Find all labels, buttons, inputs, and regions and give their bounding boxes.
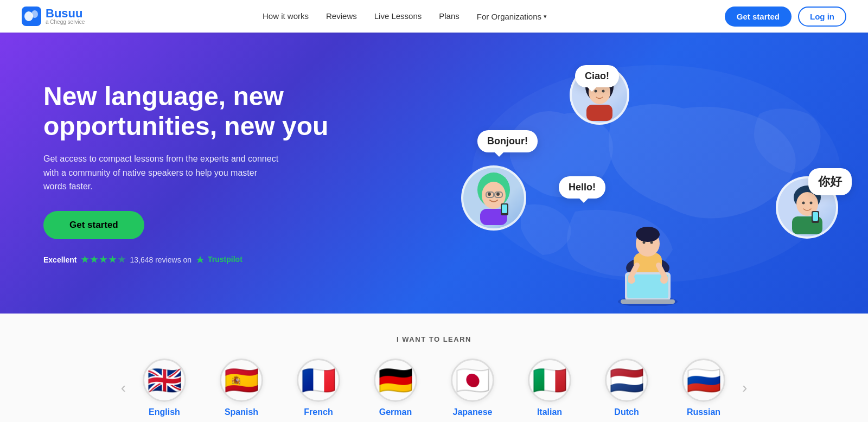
logo-sub: a Chegg service — [46, 20, 85, 25]
logo-name: Busuu — [46, 8, 85, 20]
svg-point-19 — [602, 89, 604, 92]
nav-plans[interactable]: Plans — [439, 11, 459, 21]
lang-name-russian: Russian — [687, 407, 720, 417]
trustpilot-row: Excellent ★ ★ ★ ★ ★ 13,648 reviews on Tr… — [43, 254, 347, 265]
lang-name-english: English — [149, 407, 180, 417]
languages-title: I WANT TO LEARN — [11, 335, 857, 343]
logo[interactable]: Busuu a Chegg service — [22, 7, 85, 26]
lang-flag-japanese: 🇯🇵 — [451, 359, 494, 402]
busuu-logo-icon — [22, 7, 41, 26]
svg-rect-14 — [502, 204, 507, 213]
languages-list: 🇬🇧 English 🇪🇸 Spanish 🇫🇷 French 🇩🇪 Germa… — [135, 359, 733, 417]
svg-point-32 — [636, 227, 660, 242]
svg-point-40 — [628, 276, 635, 284]
star-2: ★ — [90, 254, 98, 265]
nav-links: How it works Reviews Live Lessons Plans … — [263, 11, 547, 21]
svg-point-7 — [488, 193, 491, 196]
lang-flag-french: 🇫🇷 — [297, 359, 340, 402]
lang-flag-italian: 🇮🇹 — [528, 359, 571, 402]
svg-point-8 — [496, 193, 500, 196]
hero-content: New language, new opportunities, new you… — [43, 81, 347, 265]
trustpilot-label: Excellent — [43, 255, 76, 264]
speech-bubble-bonjour: Bonjour! — [477, 130, 538, 152]
lang-item-dutch[interactable]: 🇳🇱 Dutch — [597, 359, 656, 417]
speech-bubble-nihao: 你好 — [808, 168, 852, 195]
hero-description: Get access to compact lessons from the e… — [43, 152, 282, 194]
hero-illustration: Bonjour! Hello! Ciao! 你好 — [445, 33, 868, 314]
navbar-login-button[interactable]: Log in — [798, 7, 846, 27]
hero-section: New language, new opportunities, new you… — [0, 33, 868, 314]
trustpilot-reviews: 13,648 reviews on — [130, 255, 192, 264]
svg-point-2 — [31, 10, 38, 18]
chevron-down-icon: ▾ — [544, 13, 547, 20]
navbar-get-started-button[interactable]: Get started — [725, 7, 792, 27]
lang-item-french[interactable]: 🇫🇷 French — [289, 359, 348, 417]
lang-name-japanese: Japanese — [453, 407, 493, 417]
nav-reviews[interactable]: Reviews — [326, 11, 357, 21]
star-4: ★ — [108, 254, 116, 265]
navbar: Busuu a Chegg service How it works Revie… — [0, 0, 868, 33]
lang-item-russian[interactable]: 🇷🇺 Russian — [674, 359, 733, 417]
svg-point-33 — [643, 241, 646, 244]
lang-name-french: French — [304, 407, 333, 417]
hero-get-started-button[interactable]: Get started — [43, 211, 144, 239]
star-1: ★ — [81, 254, 88, 265]
lang-item-spanish[interactable]: 🇪🇸 Spanish — [212, 359, 271, 417]
languages-section: I WANT TO LEARN ‹ 🇬🇧 English 🇪🇸 Spanish … — [0, 314, 868, 422]
lang-name-italian: Italian — [537, 407, 562, 417]
star-3: ★ — [99, 254, 107, 265]
navbar-actions: Get started Log in — [725, 7, 846, 27]
trustpilot-platform: Trustpilot — [196, 255, 242, 264]
lang-flag-english: 🇬🇧 — [143, 359, 186, 402]
svg-point-41 — [660, 276, 668, 284]
lang-flag-russian: 🇷🇺 — [682, 359, 725, 402]
lang-item-italian[interactable]: 🇮🇹 Italian — [520, 359, 579, 417]
languages-carousel: ‹ 🇬🇧 English 🇪🇸 Spanish 🇫🇷 French 🇩🇪 Ger… — [11, 359, 857, 417]
trustpilot-stars: ★ ★ ★ ★ ★ — [81, 254, 125, 265]
speech-bubble-hello: Hello! — [559, 176, 605, 199]
svg-point-24 — [809, 201, 812, 204]
svg-rect-20 — [586, 105, 612, 121]
lang-item-japanese[interactable]: 🇯🇵 Japanese — [443, 359, 502, 417]
svg-rect-37 — [621, 299, 675, 304]
svg-marker-3 — [196, 256, 204, 263]
nav-live-lessons[interactable]: Live Lessons — [374, 11, 422, 21]
nav-how-it-works[interactable]: How it works — [263, 11, 309, 21]
lang-flag-spanish: 🇪🇸 — [220, 359, 263, 402]
lang-flag-german: 🇩🇪 — [374, 359, 417, 402]
lang-item-german[interactable]: 🇩🇪 German — [366, 359, 425, 417]
star-5: ★ — [118, 254, 125, 265]
center-person — [604, 214, 691, 308]
lang-flag-dutch: 🇳🇱 — [605, 359, 648, 402]
speech-bubble-ciao: Ciao! — [575, 65, 619, 87]
lang-name-german: German — [379, 407, 412, 417]
lang-name-spanish: Spanish — [225, 407, 258, 417]
lang-item-english[interactable]: 🇬🇧 English — [135, 359, 194, 417]
svg-point-23 — [802, 201, 805, 204]
hero-title: New language, new opportunities, new you — [43, 81, 347, 141]
svg-rect-27 — [813, 212, 818, 221]
carousel-prev-button[interactable]: ‹ — [112, 379, 135, 397]
lang-name-dutch: Dutch — [614, 407, 639, 417]
nav-for-organizations[interactable]: For Organizations ▾ — [477, 12, 547, 21]
svg-point-34 — [650, 241, 653, 244]
avatar-green-girl — [461, 165, 526, 231]
carousel-next-button[interactable]: › — [733, 379, 756, 397]
